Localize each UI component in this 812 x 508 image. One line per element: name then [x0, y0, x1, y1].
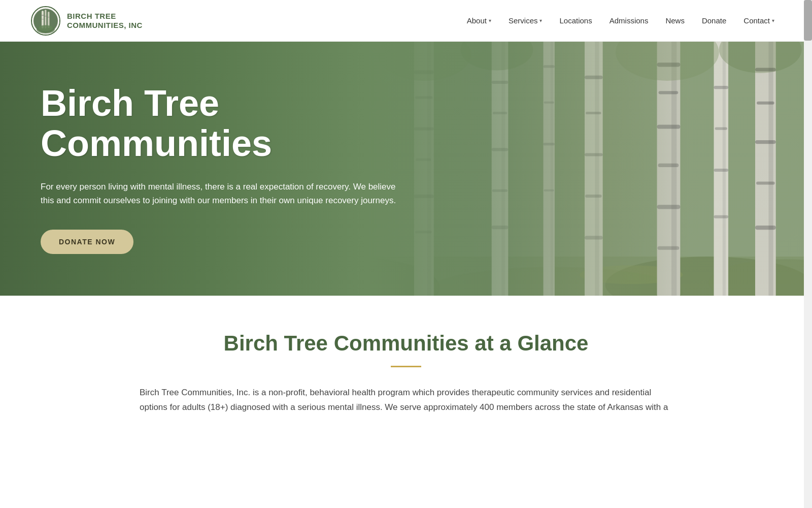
nav-contact[interactable]: Contact ▾	[736, 12, 782, 29]
glance-section: Birch Tree Communities at a Glance Birch…	[0, 296, 812, 435]
nav-services[interactable]: Services ▾	[501, 12, 550, 29]
scrollbar[interactable]	[804, 0, 812, 435]
hero-section: Birch Tree Communities For every person …	[0, 42, 812, 296]
logo-link[interactable]: BIRCH TREE COMMUNITIES, INC	[30, 6, 143, 36]
hero-subtitle: For every person living with mental illn…	[41, 180, 411, 207]
nav-news[interactable]: News	[658, 12, 692, 29]
donate-now-button[interactable]: DONATE NOW	[41, 230, 133, 254]
svg-rect-7	[42, 19, 44, 20]
header: BIRCH TREE COMMUNITIES, INC About ▾ Serv…	[0, 0, 812, 42]
main-nav: About ▾ Services ▾ Locations Admissions …	[460, 12, 782, 29]
logo-line1: BIRCH TREE	[67, 12, 143, 21]
svg-point-11	[39, 25, 53, 31]
hero-content: Birch Tree Communities For every person …	[0, 83, 457, 255]
nav-about[interactable]: About ▾	[460, 12, 498, 29]
nav-admissions[interactable]: Admissions	[602, 12, 656, 29]
chevron-down-icon: ▾	[539, 18, 542, 23]
glance-divider	[391, 366, 421, 367]
scrollbar-thumb[interactable]	[804, 0, 812, 41]
logo-line2: COMMUNITIES, INC	[67, 21, 143, 30]
svg-rect-8	[45, 16, 47, 17]
logo-icon	[30, 6, 61, 36]
svg-rect-9	[48, 17, 50, 18]
svg-rect-6	[42, 15, 44, 16]
logo-text: BIRCH TREE COMMUNITIES, INC	[67, 12, 143, 30]
chevron-down-icon: ▾	[772, 18, 774, 23]
hero-title: Birch Tree Communities	[41, 83, 416, 164]
glance-title: Birch Tree Communities at a Glance	[41, 331, 771, 356]
nav-locations[interactable]: Locations	[552, 12, 599, 29]
nav-donate[interactable]: Donate	[695, 12, 733, 29]
glance-body: Birch Tree Communities, Inc. is a non-pr…	[140, 386, 672, 415]
chevron-down-icon: ▾	[489, 18, 491, 23]
